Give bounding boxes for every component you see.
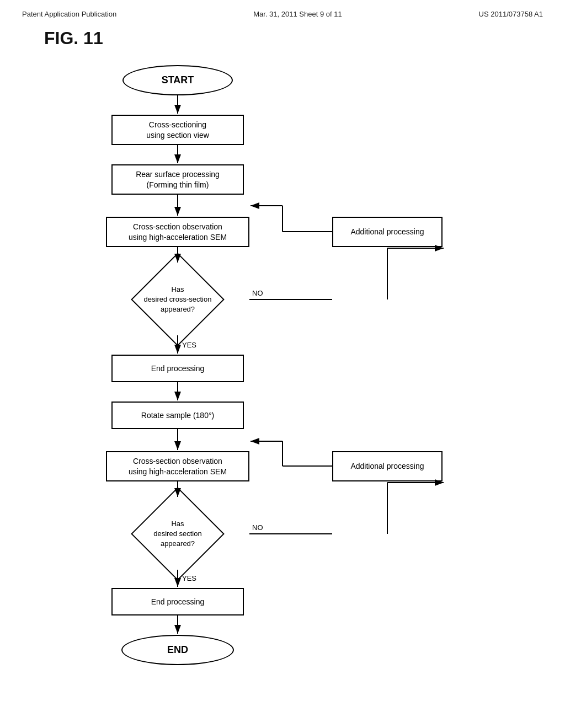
end-proc-1-node: End processing xyxy=(111,355,244,382)
svg-text:YES: YES xyxy=(182,574,196,582)
end-proc-2-node: End processing xyxy=(111,588,244,615)
diamond-1-wrap: Has desired cross-section appeared? xyxy=(106,264,249,335)
cross-section-node: Cross-sectioning using section view xyxy=(111,115,244,145)
flowchart-diagram: START Cross-sectioning using section vie… xyxy=(34,49,531,688)
svg-text:NO: NO xyxy=(252,289,263,297)
figure-label: FIG. 11 xyxy=(0,18,565,49)
header-left: Patent Application Publication xyxy=(22,10,116,18)
page-header: Patent Application Publication Mar. 31, … xyxy=(0,0,565,18)
diamond-2-text: Has desired section appeared? xyxy=(153,519,201,549)
rear-surface-node: Rear surface processing (Forming thin fi… xyxy=(111,164,244,195)
diamond-1-text: Has desired cross-section appeared? xyxy=(144,285,212,315)
svg-text:NO: NO xyxy=(252,523,263,532)
start-node: START xyxy=(122,65,233,95)
additional-2-node: Additional processing xyxy=(332,451,443,481)
arrows-svg: YES NO YES NO xyxy=(34,49,531,688)
svg-text:YES: YES xyxy=(182,341,196,349)
diamond-2-wrap: Has desired section appeared? xyxy=(106,498,249,570)
sem-obs-2-node: Cross-section observation using high-acc… xyxy=(106,451,249,481)
header-middle: Mar. 31, 2011 Sheet 9 of 11 xyxy=(253,10,342,18)
end-node: END xyxy=(121,635,234,665)
rotate-node: Rotate sample (180°) xyxy=(111,402,244,429)
header-right: US 2011/073758 A1 xyxy=(479,10,543,18)
additional-1-node: Additional processing xyxy=(332,217,443,247)
sem-obs-1-node: Cross-section observation using high-acc… xyxy=(106,217,249,247)
